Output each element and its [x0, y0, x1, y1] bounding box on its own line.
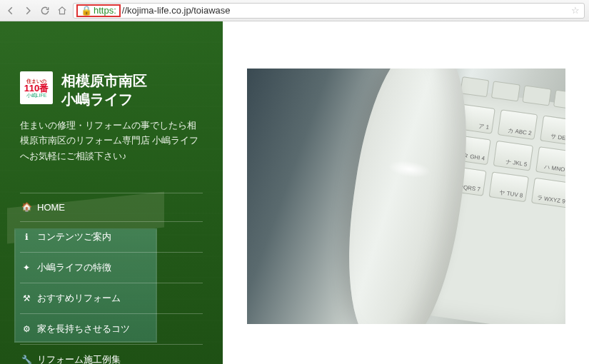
https-highlight: 🔒 https: — [76, 4, 121, 17]
nav-recommend-label: おすすめリフォーム — [37, 292, 121, 305]
brand-block: 住まいの 110番 小嶋LIFE 相模原市南区 小嶋ライフ — [20, 71, 203, 108]
logo-number: 110番 — [24, 84, 49, 93]
address-bar[interactable]: 🔒 https: //kojima-life.co.jp/toiawase ☆ — [73, 3, 585, 19]
key-6: ハ MNO 6 — [535, 146, 565, 177]
info-icon: ℹ — [21, 232, 31, 242]
sidebar-nav: 🏠HOME ℹコンテンツご案内 ✦小嶋ライフの特徴 ⚒おすすめリフォーム ⚙家を… — [20, 193, 203, 364]
site-title-line1: 相模原市南区 — [61, 71, 147, 90]
nav-features-label: 小嶋ライフの特徴 — [37, 261, 111, 274]
site-title[interactable]: 相模原市南区 小嶋ライフ — [61, 71, 147, 108]
home-icon: 🏠 — [21, 202, 31, 212]
nav-longevity-label: 家を長持ちさせるコツ — [37, 323, 130, 335]
hero-area: ア 1 カ ABC 2 サ DEF 3 タ GHI 4 ナ JKL 5 ハ MN… — [223, 21, 589, 364]
sidebar: 住まいの 110番 小嶋LIFE 相模原市南区 小嶋ライフ 住まいの修理・リフォ… — [0, 21, 223, 364]
lock-icon: 🔒 — [81, 5, 92, 16]
reload-button[interactable] — [39, 4, 51, 17]
gear-icon: ⚙ — [21, 324, 31, 334]
site-logo[interactable]: 住まいの 110番 小嶋LIFE — [20, 71, 53, 104]
nav-longevity[interactable]: ⚙家を長持ちさせるコツ — [20, 313, 203, 344]
wrench-icon: 🔧 — [21, 355, 31, 364]
key-9: ラ WXYZ 9 — [530, 178, 565, 208]
nav-features[interactable]: ✦小嶋ライフの特徴 — [20, 252, 203, 283]
nav-contents[interactable]: ℹコンテンツご案内 — [20, 221, 203, 252]
key-2: カ ABC 2 — [497, 109, 538, 140]
home-button[interactable] — [56, 4, 69, 17]
site-tagline: 住まいの修理・リフォームの事でしたら相模原市南区のリフォーム専門店 小嶋ライフへ… — [20, 118, 203, 164]
nav-recommend[interactable]: ⚒おすすめリフォーム — [20, 283, 203, 313]
nav-works-label: リフォーム施工例集 — [37, 353, 121, 364]
hammer-icon: ⚒ — [21, 293, 31, 303]
url-scheme: https: — [94, 5, 116, 16]
nav-home[interactable]: 🏠HOME — [20, 193, 203, 221]
url-path: //kojima-life.co.jp/toiawase — [122, 5, 231, 16]
nav-works[interactable]: 🔧リフォーム施工例集 — [20, 344, 203, 364]
browser-toolbar: 🔒 https: //kojima-life.co.jp/toiawase ☆ — [0, 0, 589, 21]
back-button[interactable] — [4, 4, 17, 17]
key-5: ナ JKL 5 — [493, 141, 533, 171]
key-8: ヤ TUV 8 — [488, 171, 529, 202]
bookmark-star-icon[interactable]: ☆ — [571, 5, 580, 16]
forward-button[interactable] — [21, 4, 34, 17]
nav-contents-label: コンテンツご案内 — [37, 231, 111, 243]
nav-home-label: HOME — [37, 202, 65, 213]
hero-phone-image: ア 1 カ ABC 2 サ DEF 3 タ GHI 4 ナ JKL 5 ハ MN… — [247, 69, 565, 324]
logo-mid-text: 小嶋LIFE — [26, 93, 47, 98]
key-3: サ DEF 3 — [540, 116, 565, 146]
site-title-line2: 小嶋ライフ — [61, 90, 147, 108]
page-content: 住まいの 110番 小嶋LIFE 相模原市南区 小嶋ライフ 住まいの修理・リフォ… — [0, 21, 589, 364]
sparkle-icon: ✦ — [21, 263, 31, 273]
